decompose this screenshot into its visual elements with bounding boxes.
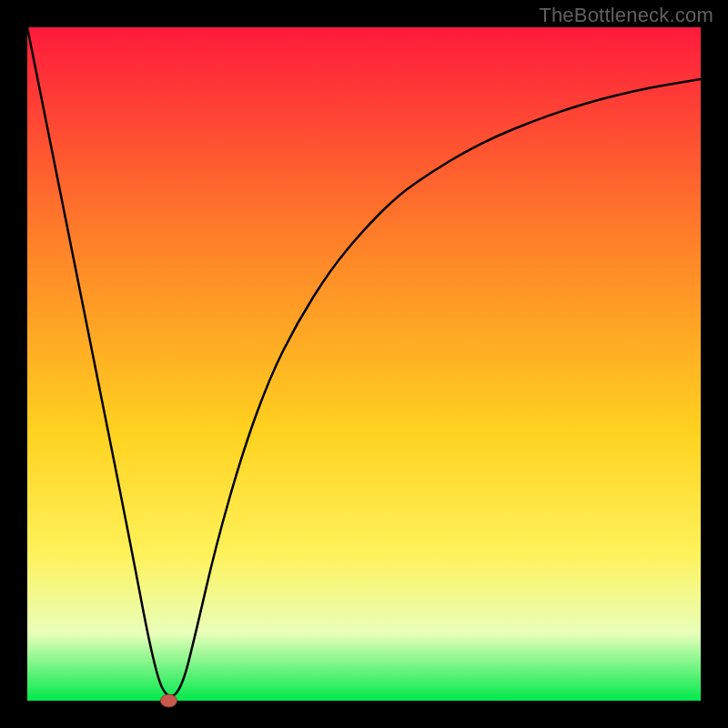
chart-plot-area [27, 27, 701, 701]
chart-container: { "watermark": "TheBottleneck.com", "col… [0, 0, 728, 728]
optimal-point-marker [160, 694, 177, 707]
bottleneck-chart [0, 0, 728, 728]
watermark-text: TheBottleneck.com [539, 4, 713, 27]
